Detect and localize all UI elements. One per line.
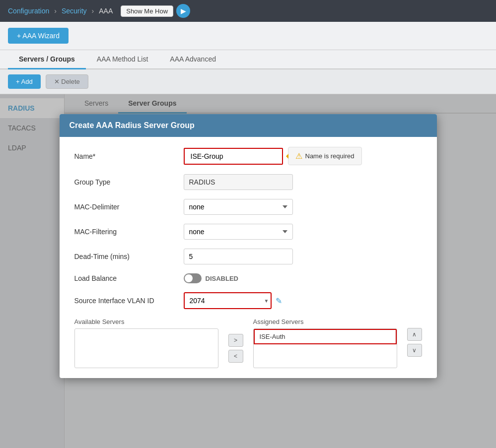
load-balance-status: DISABLED <box>206 275 238 282</box>
available-servers-list[interactable] <box>74 328 218 368</box>
assigned-servers-col: Assigned Servers ISE-Auth <box>253 318 397 368</box>
add-button[interactable]: + Add <box>8 74 41 89</box>
move-right-button[interactable]: > <box>228 334 243 347</box>
name-error-text: Name is required <box>305 152 354 160</box>
show-me-how-icon[interactable]: ▶ <box>176 4 190 18</box>
load-balance-label: Load Balance <box>74 274 184 282</box>
vlan-select-wrapper: 2074 ▼ <box>184 292 272 309</box>
assigned-servers-label: Assigned Servers <box>253 318 397 325</box>
move-buttons-center: > < <box>228 318 243 368</box>
available-servers-col: Available Servers <box>74 318 218 368</box>
assigned-server-item[interactable]: ISE-Auth <box>254 329 397 344</box>
move-down-button[interactable]: ∨ <box>407 344 422 357</box>
move-left-button[interactable]: < <box>228 350 243 363</box>
mac-filtering-label: MAC-Filtering <box>74 228 184 236</box>
show-me-how-container: Show Me How ▶ <box>121 4 190 18</box>
mac-filtering-select[interactable]: none <box>184 224 293 240</box>
group-type-form-row: Group Type RADIUS <box>74 174 422 190</box>
create-server-group-modal: Create AAA Radius Server Group Name* ⚠ <box>60 114 437 378</box>
group-type-label: Group Type <box>74 178 184 186</box>
mac-delimiter-form-row: MAC-Delimiter none <box>74 199 422 215</box>
main-tabs: Servers / Groups AAA Method List AAA Adv… <box>0 50 496 69</box>
group-type-value: RADIUS <box>184 174 293 190</box>
vlan-edit-icon[interactable]: ✎ <box>276 296 282 306</box>
name-input[interactable] <box>189 151 278 162</box>
nav-sep-2: › <box>92 7 94 15</box>
name-input-wrapper <box>184 148 283 165</box>
vlan-dropdown-arrow: ▼ <box>264 298 269 304</box>
assigned-servers-list[interactable]: ISE-Auth <box>253 328 397 368</box>
move-up-button[interactable]: ∧ <box>407 328 422 341</box>
action-bar: + Add ✕ Delete <box>0 69 496 94</box>
name-error-tooltip: ⚠ Name is required <box>288 147 362 165</box>
tab-aaa-method-list[interactable]: AAA Method List <box>86 50 159 69</box>
source-vlan-form-row: Source Interface VLAN ID 2074 ▼ ✎ <box>74 292 422 309</box>
name-label: Name* <box>74 152 184 160</box>
warning-icon: ⚠ <box>295 151 302 161</box>
mac-delimiter-label: MAC-Delimiter <box>74 203 184 211</box>
tab-servers-groups[interactable]: Servers / Groups <box>8 50 86 69</box>
vlan-select[interactable]: 2074 <box>187 295 261 306</box>
modal-title: Create AAA Radius Server Group <box>70 121 195 129</box>
name-form-row: Name* ⚠ Name is required <box>74 147 422 165</box>
load-balance-toggle[interactable] <box>184 273 202 283</box>
modal-overlay: Create AAA Radius Server Group Name* ⚠ <box>0 94 496 448</box>
dead-time-label: Dead-Time (mins) <box>74 253 184 260</box>
top-nav: Configuration › Security › AAA Show Me H… <box>0 0 496 22</box>
available-servers-label: Available Servers <box>74 318 218 325</box>
config-nav-link[interactable]: Configuration <box>8 7 49 15</box>
mac-delimiter-select[interactable]: none <box>184 199 293 215</box>
show-me-how-label[interactable]: Show Me How <box>121 5 173 17</box>
aaa-nav-label: AAA <box>99 7 113 15</box>
source-vlan-label: Source Interface VLAN ID <box>74 297 184 305</box>
move-buttons-right: ∧ ∨ <box>407 318 422 368</box>
load-balance-form-row: Load Balance DISABLED <box>74 273 422 283</box>
load-balance-toggle-container: DISABLED <box>184 273 238 283</box>
servers-section: Available Servers > < Assigned Servers I… <box>74 318 422 368</box>
mac-filtering-form-row: MAC-Filtering none <box>74 224 422 240</box>
modal-header: Create AAA Radius Server Group <box>60 114 437 137</box>
toolbar: + AAA Wizard <box>0 22 496 50</box>
main-panel: Servers Server Groups Create AAA Radius … <box>65 94 496 448</box>
tab-aaa-advanced[interactable]: AAA Advanced <box>159 50 227 69</box>
dead-time-form-row: Dead-Time (mins) <box>74 249 422 264</box>
aaa-wizard-button[interactable]: + AAA Wizard <box>8 28 69 44</box>
modal-body: Name* ⚠ Name is required <box>60 137 437 378</box>
dead-time-input[interactable] <box>184 249 293 264</box>
nav-sep-1: › <box>54 7 57 15</box>
security-nav-link[interactable]: Security <box>62 7 87 15</box>
content-area: RADIUS TACACS LDAP Servers Server Groups… <box>0 94 496 448</box>
delete-button[interactable]: ✕ Delete <box>46 74 88 89</box>
name-field-wrapper: ⚠ Name is required <box>184 147 362 165</box>
